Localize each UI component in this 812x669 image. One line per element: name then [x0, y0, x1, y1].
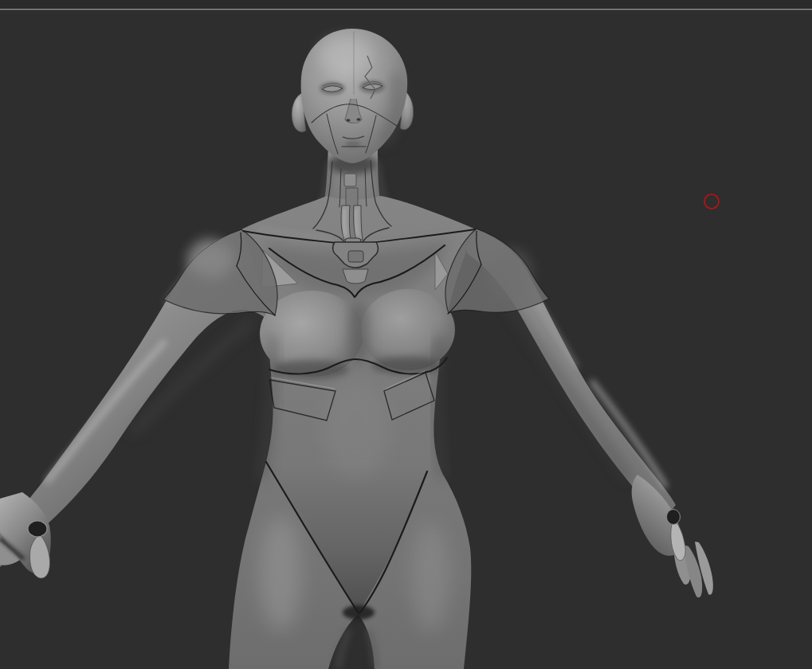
belly-highlight	[323, 382, 390, 478]
nostril-left	[346, 119, 350, 122]
forehead-highlight	[319, 37, 373, 75]
thigh-highlight-left	[260, 516, 301, 631]
sternum-shield-notch	[348, 251, 363, 262]
deltoid-plate-highlight-left	[189, 242, 233, 277]
cleavage-shadow	[348, 299, 369, 366]
sternum-lower-lip	[343, 269, 368, 284]
thigh-highlight-right	[411, 522, 449, 631]
window-top-strip	[0, 0, 812, 9]
left-hand-socket-hole	[28, 521, 47, 537]
right-hand-socket-hole	[667, 510, 681, 525]
sculpt-viewport[interactable]	[0, 0, 812, 669]
titlebar-divider	[0, 9, 812, 10]
sculpt-canvas[interactable]	[0, 0, 812, 669]
nostril-right	[356, 118, 360, 121]
throat-top-plate	[344, 174, 356, 186]
